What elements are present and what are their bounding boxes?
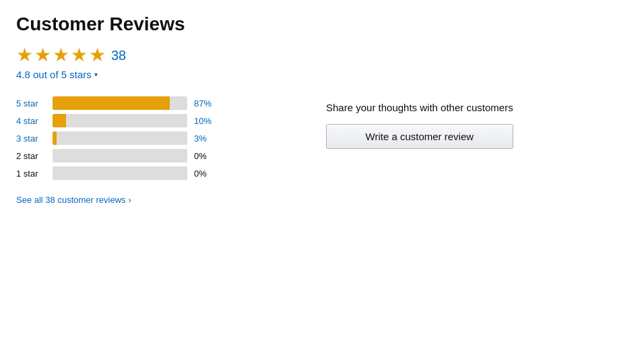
star-icons: ★ ★ ★ ★ ★ (16, 46, 106, 65)
star-1: ★ (16, 46, 33, 65)
bar-container-5star[interactable] (53, 96, 187, 110)
left-section: 5 star 87% 4 star 10% 3 star (16, 96, 272, 206)
histogram: 5 star 87% 4 star 10% 3 star (16, 96, 272, 180)
star-2: ★ (34, 46, 51, 65)
pct-5star[interactable]: 87% (194, 98, 212, 109)
bar-container-3star[interactable] (53, 131, 187, 145)
star-4: ★ (71, 46, 88, 65)
histogram-row-2star: 2 star 0% (16, 149, 272, 162)
label-2star: 2 star (16, 151, 46, 161)
star-3: ★ (53, 46, 69, 65)
label-4star[interactable]: 4 star (16, 116, 46, 126)
label-3star[interactable]: 3 star (16, 133, 46, 144)
page-title: Customer Reviews (16, 13, 628, 35)
see-all-text: See all 38 customer reviews (16, 195, 126, 205)
pct-1star: 0% (194, 168, 207, 179)
bar-fill-4star (53, 114, 66, 127)
histogram-row-1star: 1 star 0% (16, 166, 272, 180)
pct-4star[interactable]: 10% (194, 116, 212, 126)
rating-text: 4.8 out of 5 stars (16, 69, 92, 80)
bar-fill-5star (53, 96, 170, 110)
histogram-row-3star: 3 star 3% (16, 131, 272, 145)
label-1star: 1 star (16, 168, 46, 179)
pct-2star: 0% (194, 151, 207, 161)
rating-summary[interactable]: 4.8 out of 5 stars ▾ (16, 69, 98, 80)
main-content: 5 star 87% 4 star 10% 3 star (16, 96, 628, 206)
right-section: Share your thoughts with other customers… (326, 96, 513, 149)
review-count[interactable]: 38 (111, 48, 126, 63)
share-thoughts-text: Share your thoughts with other customers (326, 102, 513, 113)
write-review-button[interactable]: Write a customer review (326, 124, 513, 149)
stars-row: ★ ★ ★ ★ ★ 38 (16, 46, 628, 65)
star-5: ★ (89, 46, 106, 65)
see-all-reviews-link[interactable]: See all 38 customer reviews › (16, 195, 131, 205)
label-5star[interactable]: 5 star (16, 98, 46, 109)
rating-chevron-icon: ▾ (94, 71, 98, 78)
bar-container-1star (53, 166, 187, 180)
bar-container-2star (53, 149, 187, 162)
see-all-chevron-icon: › (129, 195, 131, 205)
pct-3star[interactable]: 3% (194, 133, 207, 144)
bar-fill-3star (53, 131, 57, 145)
histogram-row-4star: 4 star 10% (16, 114, 272, 127)
histogram-row-5star: 5 star 87% (16, 96, 272, 110)
bar-container-4star[interactable] (53, 114, 187, 127)
